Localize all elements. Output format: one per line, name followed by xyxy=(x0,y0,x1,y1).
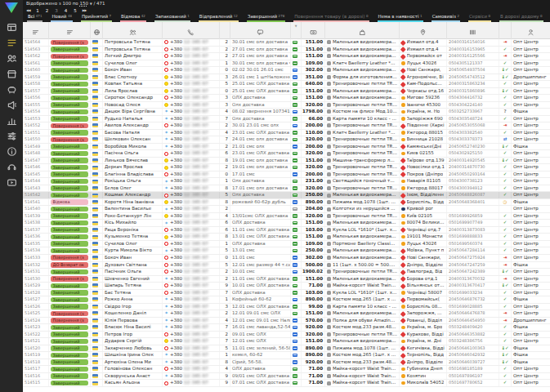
order-amount: 320.00 xyxy=(301,102,324,109)
tab-1[interactable]: Всі471 xyxy=(27,13,42,22)
tab-5[interactable]: Запакований1 xyxy=(154,13,190,22)
product-name: Костюм мод.265 (1шт. х 890.00 xyxy=(333,296,397,303)
order-row-514561[interactable]: 514561ЗавершенийСучилов Олег+38012 345 6… xyxy=(23,60,550,68)
order-row-514537[interactable]: 514537ЗавершенийРаца Вероніка+38012 345 … xyxy=(23,227,550,234)
order-row-514553[interactable]: 514553ЗавершенийРудько Наталья✶+38012 34… xyxy=(23,116,550,123)
order-row-514547[interactable]: 514547ЗавершенийЛиньков Вячеслав+38012 3… xyxy=(23,158,550,165)
delivery-cell: Камянське(Дні xyxy=(399,144,446,150)
tab-10[interactable]: Самовивіз2 xyxy=(432,13,460,22)
tab-4[interactable]: Відмова42 xyxy=(120,13,146,22)
tab-8[interactable]: Повернення товару (в дорозі)0 xyxy=(293,13,369,22)
order-row-514521[interactable]: 514521ЗавершенийДударев Сергій+38012 345… xyxy=(23,338,550,345)
support-icon[interactable] xyxy=(0,159,23,175)
order-row-514539[interactable]: 514539ЗавершенийРоке-Бетанкурт Лін+38012… xyxy=(23,213,550,220)
payment-b-icon xyxy=(293,270,297,274)
video-icon[interactable] xyxy=(0,175,23,190)
order-row-514538[interactable]: 514538ЗавершенийКісь Михайло✶+38012 345 … xyxy=(23,220,550,227)
order-row-514528[interactable]: 514528ЗавершенийБас Тетяна+38012 345 677… xyxy=(23,290,550,297)
order-row-514563[interactable]: 514563ЗавершенийПетровська Тетяна+38012 … xyxy=(23,47,550,54)
order-row-514515[interactable]: 514515ЗавершенийКасьян Альона+38012 345 … xyxy=(23,380,550,387)
info-icon[interactable] xyxy=(0,144,23,159)
dashboard-icon[interactable] xyxy=(0,20,23,35)
tab-6[interactable]: Відправлений12 xyxy=(199,13,239,22)
order-row-514562[interactable]: 514562Повернення (зЛегкий Дмитро+38012 3… xyxy=(23,53,550,60)
payment-cell xyxy=(290,290,301,296)
sales-channel: Опт Центр xyxy=(511,136,550,143)
order-row-514523[interactable]: 514523ЗавершенийВласюк Ніна Василі✶+3801… xyxy=(23,324,550,332)
tab-2[interactable]: Новий48 xyxy=(51,13,73,22)
order-row-514548[interactable]: 514548ЗавершенийПасічна Ольга+38012 345 … xyxy=(23,150,550,158)
order-row-514559[interactable]: 514559ЗавершенийВлас Слотноу+38012 345 6… xyxy=(23,74,550,82)
tab-11[interactable]: Сервіси0 xyxy=(468,13,491,22)
tab-3[interactable]: Прийнятий7 xyxy=(81,13,112,22)
phone-prefix: +380 xyxy=(170,318,182,324)
order-row-514526[interactable]: 514526ЗавершенийСвідро Ігор✶+38012 345 6… xyxy=(23,304,550,311)
orders-icon[interactable] xyxy=(0,35,23,51)
order-id: 514555 xyxy=(23,102,48,109)
order-row-514530[interactable]: 514530Повернення (зШевченко Евгений✶+380… xyxy=(23,276,550,283)
phone-blurred: 12 345 67 xyxy=(184,185,208,192)
order-row-514543[interactable]: 514543ЗавершенийБєлов Олег✶+38012 345 67… xyxy=(23,185,550,193)
order-row-514552[interactable]: 514552Повернення (зАвилов Александр+3801… xyxy=(23,122,550,130)
tab-12[interactable]: В дорозі додому0 xyxy=(499,13,543,22)
order-row-514554[interactable]: 514554ЗавершенийДацюк Віра Сергіївна✶+38… xyxy=(23,109,550,116)
product-cell: Светящийся гоночный трек Ma xyxy=(324,178,399,185)
order-row-514560[interactable]: 514560ЗавершенийБокоч Иван+38012 345 670… xyxy=(23,67,550,74)
country-cell xyxy=(90,81,102,87)
operator-ks-icon: ✶ xyxy=(164,137,168,141)
filter-chevron-down-icon[interactable]: ▼ xyxy=(295,24,297,29)
order-row-514531[interactable]: 514531ЗавершенийПасічник Ольга+38012 345… xyxy=(23,269,550,276)
order-row-514551[interactable]: 514551ЗавершенийБасова Наталя✶+38012 345… xyxy=(23,130,550,137)
payment-g-icon xyxy=(293,41,297,45)
order-row-514524[interactable]: 514524Повернення (зЮлія Первова✶+38012 3… xyxy=(23,318,550,325)
order-row-514517[interactable]: 514517ЗавершенийГоловінова Олексан+38012… xyxy=(23,366,550,373)
order-row-514549[interactable]: 514549ЗавершенийВоробйов Микола✶+38012 3… xyxy=(23,144,550,151)
delivery-branch: Павлоград, Від xyxy=(407,269,443,275)
phone-prefix: +380 xyxy=(170,47,182,53)
product-name: Тренировочные петли TRX Train xyxy=(333,185,397,192)
client-phone: +38012 345 67 xyxy=(162,380,219,386)
operator-vf-icon xyxy=(164,346,168,350)
order-row-514555[interactable]: 514555ЗавершенийНовосад Олеся+38012 345 … xyxy=(23,102,550,109)
app-logo[interactable] xyxy=(5,2,18,13)
order-row-514536[interactable]: 514536ЗавершенийКузьменко Тетяна+38012 3… xyxy=(23,234,550,241)
tab-9[interactable]: Нема в наявності1 xyxy=(378,13,423,22)
order-row-514545[interactable]: 514545ЗавершенийБлагінна Владіслава+3801… xyxy=(23,172,550,179)
order-row-514520[interactable]: 514520ЗавершенийЗахарченко Любовь+38012 … xyxy=(23,345,550,353)
order-row-514527[interactable]: 514527ЗавершенийРожко Анна✶+38012 345 67… xyxy=(23,296,550,304)
person-icon xyxy=(527,24,534,39)
order-row-514516[interactable]: 514516ЗавершенийСкворунська Анаст✶+38012… xyxy=(23,373,550,381)
product-name: Маленькая видеокамера SQ8 * xyxy=(333,88,397,95)
megaphone-icon[interactable] xyxy=(0,97,23,113)
tracking-status-cell: ✓ xyxy=(499,338,511,345)
order-row-514544[interactable]: 514544ЗавершенийРокіцька Ольга✶+38012 34… xyxy=(23,178,550,185)
order-row-514564[interactable]: 514564Повернення (зПетровська Тетяна+380… xyxy=(23,39,550,47)
order-row-514518[interactable]: 514518ЗавершенийАртюхіна Олена Ми✶+38012… xyxy=(23,359,550,367)
shop-icon[interactable] xyxy=(0,66,23,82)
order-row-514535[interactable]: 514535ЗавершенийСучилов Олег+38012 345 6… xyxy=(23,241,550,248)
order-row-514541[interactable]: 514541ВідмоваКоротя Ніна Іванівна+38012 … xyxy=(23,199,550,207)
order-row-514534[interactable]: 514534ЗавершенийКурта Микола Вікто✶+3801… xyxy=(23,247,550,255)
order-row-514556[interactable]: 514556ЗавершенийСиротюк Олександр+38012 … xyxy=(23,95,550,102)
order-row-514557[interactable]: 514557ЗавершенийЛила Ярослав+38012 345 6… xyxy=(23,88,550,96)
page-size-value[interactable]: 150 xyxy=(79,1,88,6)
order-id: 514539 xyxy=(23,213,48,220)
order-row-514542[interactable]: 514542ЗавершенийКошмак Александр+38012 3… xyxy=(23,192,550,199)
tune-icon[interactable] xyxy=(0,128,23,144)
country-cell xyxy=(90,53,102,60)
finance-icon[interactable] xyxy=(0,82,23,97)
chevron-down-icon[interactable]: ▼ xyxy=(90,2,92,6)
stats-icon[interactable] xyxy=(0,113,23,128)
tab-7[interactable]: Завершений278 xyxy=(247,13,285,22)
order-row-514525[interactable]: 514525Повернення (зКошеленко Даніл✶+3801… xyxy=(23,310,550,318)
order-row-514558[interactable]: 514558ЗавершенийКовпак Татьяна+38012 345… xyxy=(23,81,550,88)
order-row-514522[interactable]: 514522ЗавершенийПетров Ігор+38012 345 67… xyxy=(23,332,550,339)
order-row-514529[interactable]: 514529ЗавершенийШапарь Тетяна+38012 345 … xyxy=(23,283,550,290)
order-row-514519[interactable]: 514519ЗавершенийШишкіна Ірина Олек✶+3801… xyxy=(23,352,550,359)
order-row-514546[interactable]: 514546ЗавершенийДеркач Ярослав+38012 345… xyxy=(23,164,550,172)
order-row-514532[interactable]: 514532ДО Возврат окДухович Світлана+3801… xyxy=(23,262,550,270)
order-row-514540[interactable]: 514540ЗавершенийВалентина Василье✶+38012… xyxy=(23,206,550,213)
order-row-514550[interactable]: 514550Повернення (зШелковин Олексан✶+380… xyxy=(23,136,550,144)
order-row-514533[interactable]: 514533Повернення (зБокоч Иван+38012 345 … xyxy=(23,255,550,262)
contacts-icon[interactable] xyxy=(0,51,23,66)
